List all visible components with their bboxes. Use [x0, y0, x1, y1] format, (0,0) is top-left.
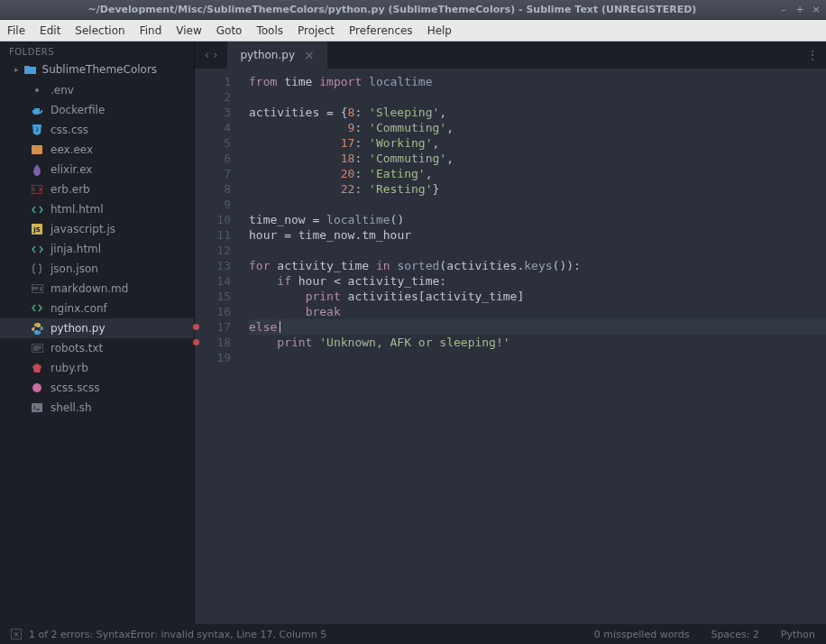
line-number: 7 [195, 166, 231, 181]
code-content[interactable]: from time import localtimeactivities = {… [240, 69, 826, 624]
html-icon [31, 203, 43, 216]
status-indent[interactable]: Spaces: 2 [711, 629, 758, 640]
md-icon [31, 282, 43, 295]
menu-file[interactable]: File [7, 24, 25, 37]
menu-preferences[interactable]: Preferences [349, 24, 413, 37]
line-number: 19 [195, 350, 231, 365]
status-bar: × 1 of 2 errors: SyntaxError: invalid sy… [0, 624, 826, 644]
editor-area: ‹ › python.py × ⋮ 1234567891011121314151… [195, 41, 826, 624]
code-line: 20: 'Eating', [249, 166, 826, 181]
sidebar-file-Dockerfile[interactable]: Dockerfile [0, 100, 194, 120]
code-line [249, 89, 826, 105]
css-icon: 3 [31, 124, 43, 136]
close-icon[interactable]: × [304, 49, 315, 61]
tab-python[interactable]: python.py × [227, 41, 327, 69]
file-label: erb.erb [50, 183, 90, 196]
elixir-icon [31, 163, 43, 176]
sidebar-file-scss-scss[interactable]: scss.scss [0, 378, 194, 398]
file-label: .env [50, 84, 74, 97]
code-line: if hour < activity_time: [249, 273, 826, 289]
sidebar-file-robots-txt[interactable]: robots.txt [0, 338, 194, 358]
line-number: 15 [195, 289, 231, 304]
sidebar-file-javascript-js[interactable]: JSjavascript.js [0, 219, 194, 239]
line-number: 3 [195, 105, 231, 120]
code-line: 17: 'Working', [249, 135, 826, 151]
code-line: print 'Unknown, AFK or sleeping!' [249, 335, 826, 350]
svg-point-0 [35, 88, 39, 92]
sidebar-file-elixir-ex[interactable]: elixir.ex [0, 160, 194, 179]
menu-project[interactable]: Project [298, 24, 335, 37]
menu-goto[interactable]: Goto [216, 24, 243, 37]
file-label: javascript.js [50, 223, 115, 235]
file-label: scss.scss [50, 382, 100, 394]
sidebar-file-css-css[interactable]: 3css.css [0, 120, 194, 140]
line-number: 14 [195, 273, 231, 289]
line-number: 1 [195, 74, 231, 89]
menu-tools[interactable]: Tools [256, 24, 283, 37]
sh-icon [31, 401, 43, 414]
code-line: activities = {8: 'Sleeping', [249, 105, 826, 120]
menu-help[interactable]: Help [427, 24, 452, 37]
sidebar-file-html-html[interactable]: html.html [0, 199, 194, 219]
file-label: css.css [50, 124, 88, 136]
code-line: break [249, 304, 826, 319]
file-label: html.html [50, 203, 103, 216]
code-line: for activity_time in sorted(activities.k… [249, 258, 826, 273]
js-icon: JS [31, 223, 43, 235]
sidebar-file-python-py[interactable]: python.py [0, 318, 194, 338]
menu-selection[interactable]: Selection [75, 24, 124, 37]
menubar: FileEditSelectionFindViewGotoToolsProjec… [0, 20, 826, 41]
status-misspelled[interactable]: 0 misspelled words [594, 629, 690, 640]
line-number: 10 [195, 212, 231, 227]
sidebar-root-folder[interactable]: ▸ SublimeThemeColors [0, 60, 194, 78]
status-language[interactable]: Python [781, 629, 815, 640]
svg-text:3: 3 [35, 126, 39, 133]
file-label: json.json [50, 262, 98, 275]
minimize-button[interactable]: – [779, 4, 788, 15]
sidebar-file-json-json[interactable]: json.json [0, 259, 194, 279]
menu-find[interactable]: Find [140, 24, 162, 37]
line-number-gutter: 12345678910111213141516171819 [195, 69, 240, 624]
file-label: elixir.ex [50, 163, 92, 176]
tab-nav-arrows: ‹ › [195, 41, 227, 69]
text-cursor [280, 321, 280, 333]
line-number: 13 [195, 258, 231, 273]
scss-icon [31, 382, 43, 394]
menu-edit[interactable]: Edit [40, 24, 60, 37]
sidebar-file-erb-erb[interactable]: erb.erb [0, 179, 194, 199]
sidebar-file-nginx-conf[interactable]: nginx.conf [0, 299, 194, 318]
close-button[interactable]: × [812, 4, 821, 15]
maximize-button[interactable]: + [795, 4, 804, 15]
nav-forward-icon[interactable]: › [212, 49, 218, 61]
nav-back-icon[interactable]: ‹ [204, 49, 210, 61]
code-line: time_now = localtime() [249, 212, 826, 227]
tab-overflow-button[interactable]: ⋮ [799, 41, 826, 69]
line-number: 9 [195, 197, 231, 212]
sidebar-file-eex-eex[interactable]: eex.eex [0, 140, 194, 160]
svg-text:JS: JS [32, 226, 41, 234]
sidebar-file-ruby-rb[interactable]: ruby.rb [0, 358, 194, 378]
svg-point-8 [32, 383, 41, 392]
code-line: else [249, 319, 826, 335]
line-number: 11 [195, 227, 231, 243]
sidebar-file-jinja-html[interactable]: jinja.html [0, 239, 194, 259]
code-line: from time import localtime [249, 74, 826, 89]
window-title: ~/Development/Misc/SublimeThemeColors/py… [5, 4, 779, 15]
dot-icon [31, 84, 43, 97]
close-status-icon[interactable]: × [11, 629, 22, 639]
erb-icon [31, 183, 43, 196]
docker-icon [31, 104, 43, 116]
line-number: 12 [195, 243, 231, 258]
menu-view[interactable]: View [176, 24, 201, 37]
sidebar-file-markdown-md[interactable]: markdown.md [0, 279, 194, 299]
window-titlebar: ~/Development/Misc/SublimeThemeColors/py… [0, 0, 826, 20]
tab-bar: ‹ › python.py × ⋮ [195, 41, 826, 69]
code-editor[interactable]: 12345678910111213141516171819 from time … [195, 69, 826, 624]
file-label: nginx.conf [50, 302, 107, 315]
sidebar-file--env[interactable]: .env [0, 80, 194, 100]
line-number: 2 [195, 89, 231, 105]
sidebar-file-shell-sh[interactable]: shell.sh [0, 398, 194, 418]
nginx-icon [31, 302, 43, 315]
py-icon [31, 322, 43, 335]
line-number: 16 [195, 304, 231, 319]
